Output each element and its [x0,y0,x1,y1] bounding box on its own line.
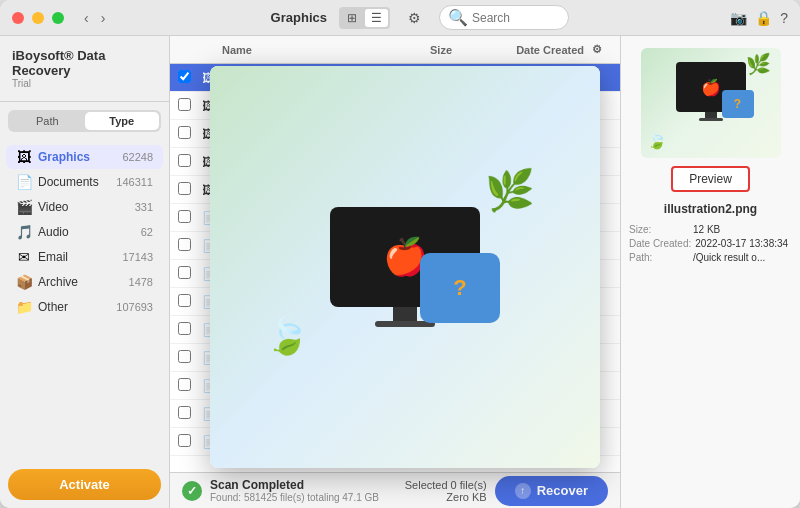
documents-label: Documents [38,175,110,189]
lock-button[interactable]: 🔒 [755,10,772,26]
email-label: Email [38,250,116,264]
preview-filename: illustration2.png [664,202,757,216]
minimize-btn[interactable] [32,12,44,24]
titlebar: ‹ › Graphics ⊞ ☰ ⚙ 🔍 📷 🔒 ? [0,0,800,36]
sidebar-item-other[interactable]: 📁 Other 107693 [6,295,163,319]
documents-count: 146311 [116,176,153,188]
sidebar-item-email[interactable]: ✉ Email 17143 [6,245,163,269]
preview-panel: 🌿 🍃 🍎 ? Preview illustration2.png [620,36,800,508]
header-size: Size [372,44,452,56]
main-content: iBoysoft® Data Recovery Trial Path Type … [0,36,800,508]
sidebar-item-graphics[interactable]: 🖼 Graphics 62248 [6,145,163,169]
sidebar-item-audio[interactable]: 🎵 Audio 62 [6,220,163,244]
sidebar-item-archive[interactable]: 📦 Archive 1478 [6,270,163,294]
search-box: 🔍 [439,5,569,30]
maximize-btn[interactable] [52,12,64,24]
sidebar-item-video[interactable]: 🎬 Video 331 [6,195,163,219]
recover-icon: ↑ [515,483,531,499]
meta-date-row: Date Created: 2022-03-17 13:38:34 [629,238,792,249]
meta-path-row: Path: /Quick result o... [629,252,792,263]
titlebar-center: Graphics ⊞ ☰ ⚙ 🔍 [117,5,722,30]
help-button[interactable]: ? [780,10,788,26]
other-count: 107693 [116,301,153,313]
audio-icon: 🎵 [16,224,32,240]
email-count: 17143 [122,251,153,263]
leaf-decoration-bl: 🍃 [265,315,310,357]
row-checkbox[interactable] [178,182,191,195]
scan-sub: Found: 581425 file(s) totaling 47.1 GB [210,492,397,503]
meta-size-row: Size: 12 KB [629,224,792,235]
ssd-icon: ? [420,253,500,323]
row-checkbox[interactable] [178,294,191,307]
tab-type[interactable]: Type [85,112,160,130]
grid-view-button[interactable]: ⊞ [341,9,363,27]
forward-button[interactable]: › [97,8,110,28]
other-icon: 📁 [16,299,32,315]
date-label: Date Created: [629,238,691,249]
header-date: Date Created [452,44,592,56]
row-checkbox[interactable] [178,126,191,139]
archive-count: 1478 [129,276,153,288]
scan-complete-icon: ✓ [182,481,202,501]
size-value: 12 KB [693,224,720,235]
selected-label: Selected 0 file(s) [405,479,487,491]
search-input[interactable] [472,11,560,25]
imac-screen: 🍎 ? [330,207,480,307]
preview-meta: Size: 12 KB Date Created: 2022-03-17 13:… [629,224,792,266]
scan-title: Scan Completed [210,478,397,492]
header-name: Name [222,44,372,56]
graphics-label: Graphics [38,150,116,164]
search-icon: 🔍 [448,8,468,27]
row-checkbox[interactable] [178,154,191,167]
video-label: Video [38,200,129,214]
row-checkbox[interactable] [178,406,191,419]
thumb-ssd: ? [722,90,754,118]
documents-icon: 📄 [16,174,32,190]
path-value: /Quick result o... [693,252,765,263]
imac-stand [393,307,417,321]
file-panel: Name Size Date Created ⚙ 🖼 illustration2… [170,36,620,508]
row-checkbox[interactable] [178,378,191,391]
file-list-header: Name Size Date Created ⚙ [170,36,620,64]
sidebar-items: 🖼 Graphics 62248 📄 Documents 146311 🎬 Vi… [0,140,169,461]
recover-label: Recover [537,483,588,498]
row-checkbox[interactable] [178,266,191,279]
activate-button[interactable]: Activate [8,469,161,500]
path-label: Path: [629,252,689,263]
status-bar: ✓ Scan Completed Found: 581425 file(s) t… [170,472,620,508]
row-checkbox[interactable] [178,98,191,111]
leaf-decoration-tr: 🌿 [485,167,535,214]
thumb-imac: 🍎 ? [676,62,746,121]
back-button[interactable]: ‹ [80,8,93,28]
audio-count: 62 [141,226,153,238]
row-checkbox[interactable] [178,238,191,251]
sidebar-tabs: Path Type [8,110,161,132]
sidebar-activate: Activate [8,469,161,500]
row-checkbox[interactable] [178,210,191,223]
preview-thumbnail: 🌿 🍃 🍎 ? [641,48,781,158]
row-checkbox[interactable] [178,322,191,335]
recover-button[interactable]: ↑ Recover [495,476,608,506]
row-checkbox[interactable] [178,350,191,363]
video-icon: 🎬 [16,199,32,215]
sidebar-item-documents[interactable]: 📄 Documents 146311 [6,170,163,194]
list-view-button[interactable]: ☰ [365,9,388,27]
row-checkbox[interactable] [178,70,191,83]
thumb-leaf-tr: 🌿 [746,52,771,76]
scan-text: Scan Completed Found: 581425 file(s) tot… [210,478,397,503]
close-btn[interactable] [12,12,24,24]
header-actions: ⚙ [592,43,612,56]
titlebar-right: 📷 🔒 ? [730,10,788,26]
camera-button[interactable]: 📷 [730,10,747,26]
app-name: iBoysoft® Data Recovery [12,48,157,78]
nav-arrows: ‹ › [80,8,109,28]
sidebar: iBoysoft® Data Recovery Trial Path Type … [0,36,170,508]
selected-info: Selected 0 file(s) Zero KB [405,479,487,503]
filter-button[interactable]: ⚙ [402,8,427,28]
other-label: Other [38,300,110,314]
row-checkbox[interactable] [178,434,191,447]
graphics-icon: 🖼 [16,149,32,165]
preview-overlay: 🌿 🍃 🍎 ? [210,66,600,468]
tab-path[interactable]: Path [10,112,85,130]
preview-button[interactable]: Preview [671,166,750,192]
